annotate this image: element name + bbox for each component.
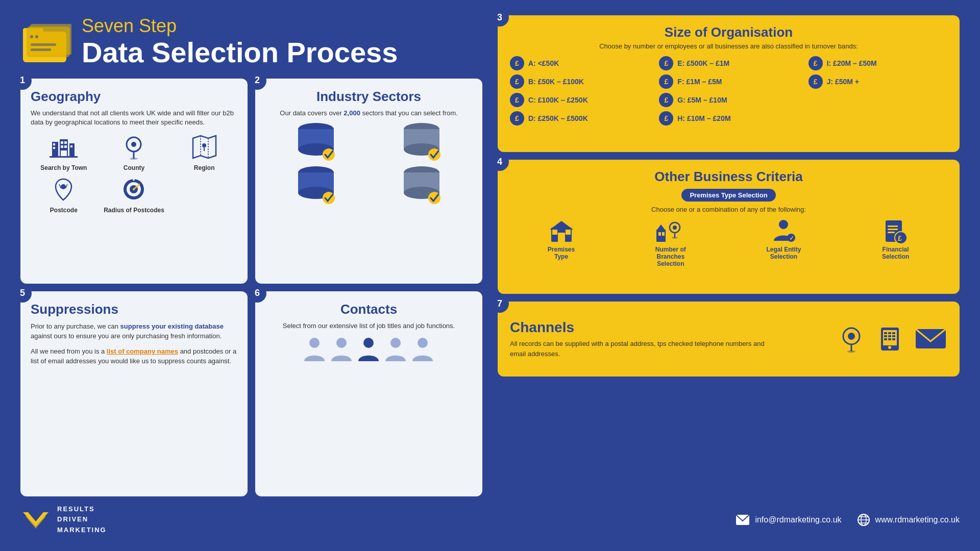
main-container: Seven Step Data Selection Process 1 Geog… bbox=[0, 0, 980, 551]
pound-icon-f: £ bbox=[659, 74, 673, 89]
channel-location-icon bbox=[838, 325, 866, 353]
folder-icon bbox=[20, 19, 71, 65]
svg-point-35 bbox=[133, 179, 135, 181]
financial-icon: £ bbox=[881, 218, 910, 244]
step6-contacts-card: 6 Contacts Select from our extensive lis… bbox=[255, 291, 482, 496]
pound-icon-c: £ bbox=[510, 93, 524, 107]
step3-title: Size of Organisation bbox=[510, 24, 947, 40]
step7-badge: 7 bbox=[491, 294, 509, 313]
channels-text: Channels All records can be supplied wit… bbox=[510, 319, 765, 359]
svg-rect-13 bbox=[61, 141, 63, 144]
svg-rect-11 bbox=[53, 143, 55, 145]
premises-badge: Premises Type Selection bbox=[681, 189, 775, 202]
svg-rect-4 bbox=[31, 43, 56, 46]
header-subtitle: Seven Step bbox=[82, 15, 398, 37]
step2-highlight: 2,000 bbox=[344, 109, 360, 117]
step4-badge-container: Premises Type Selection bbox=[510, 187, 947, 204]
step2-industry-card: 2 Industry Sectors Our data covers over … bbox=[255, 79, 482, 284]
town-icon bbox=[48, 133, 79, 161]
step2-badge: 2 bbox=[248, 71, 266, 90]
step6-badge: 6 bbox=[248, 284, 266, 303]
step1-title: Geography bbox=[31, 89, 237, 105]
step7-title: Channels bbox=[510, 319, 765, 336]
svg-point-82 bbox=[847, 350, 855, 353]
footer-email: info@rdmarketing.co.uk bbox=[755, 515, 841, 524]
pound-icon-e: £ bbox=[659, 56, 673, 70]
size-item-empty2 bbox=[808, 111, 947, 126]
svg-rect-64 bbox=[658, 232, 661, 236]
svg-point-56 bbox=[418, 338, 428, 348]
step1-badge: 1 bbox=[13, 71, 32, 90]
svg-rect-15 bbox=[61, 145, 63, 148]
step7-description: All records can be supplied with a posta… bbox=[510, 339, 765, 359]
right-side: 3 Size of Organisation Choose by number … bbox=[490, 15, 960, 496]
business-icons-row: PremisesType bbox=[510, 218, 947, 267]
pound-icon-a: £ bbox=[510, 56, 524, 70]
branches-label: Number ofBranchesSelection bbox=[655, 246, 686, 267]
postcode-icon bbox=[48, 176, 79, 204]
svg-point-69 bbox=[672, 237, 678, 239]
financial-item: £ FinancialSelection bbox=[881, 218, 910, 260]
svg-rect-89 bbox=[888, 335, 891, 337]
footer: RESULTSDRIVENMARKETING info@rdmarketing.… bbox=[20, 496, 960, 536]
size-label-h: H: £10M – £20M bbox=[677, 114, 730, 122]
size-label-i: I: £20M – £50M bbox=[827, 59, 877, 67]
town-label: Search by Town bbox=[40, 164, 87, 171]
contact-icon-4 bbox=[384, 336, 407, 364]
step5-para1: Prior to any purchase, we can suppress y… bbox=[31, 321, 237, 341]
size-label-b: B: £50K – £100K bbox=[528, 78, 584, 86]
footer-logo-text: RESULTSDRIVENMARKETING bbox=[57, 504, 107, 536]
svg-rect-18 bbox=[70, 145, 72, 147]
svg-rect-59 bbox=[558, 233, 565, 242]
footer-contact: info@rdmarketing.co.uk www.rdmarketing.c… bbox=[736, 513, 960, 527]
size-label-e: E: £500K – £1M bbox=[677, 59, 729, 67]
footer-email-item: info@rdmarketing.co.uk bbox=[736, 514, 841, 525]
size-item-j: £ J: £50M + bbox=[808, 74, 947, 89]
step1-geography-card: 1 Geography We understand that not all c… bbox=[20, 79, 248, 284]
svg-marker-58 bbox=[550, 221, 573, 230]
svg-rect-60 bbox=[552, 230, 557, 235]
size-label-a: A: <£50K bbox=[528, 59, 559, 67]
svg-point-67 bbox=[673, 226, 677, 230]
step3-subtitle: Choose by number or employees or all bus… bbox=[510, 42, 947, 50]
svg-rect-85 bbox=[884, 332, 887, 334]
footer-website: www.rdmarketing.co.uk bbox=[875, 515, 960, 524]
svg-point-70 bbox=[779, 220, 788, 229]
step7-channels-card: 7 Channels All records can be supplied w… bbox=[498, 302, 960, 377]
step5-link: list of company names bbox=[107, 347, 178, 355]
geo-item-postcode: Postcode bbox=[31, 176, 97, 214]
svg-point-80 bbox=[848, 333, 855, 340]
svg-rect-91 bbox=[884, 338, 887, 340]
pound-icon-h: £ bbox=[659, 111, 673, 126]
step5-badge: 5 bbox=[13, 284, 32, 303]
footer-email-icon bbox=[736, 514, 750, 525]
step5-suppressions-card: 5 Suppressions Prior to any purchase, we… bbox=[20, 291, 248, 496]
svg-point-21 bbox=[131, 142, 136, 147]
premises-type-icon bbox=[549, 218, 574, 244]
db-icon-3 bbox=[265, 166, 366, 205]
branches-icon bbox=[655, 218, 686, 244]
postcode-label: Postcode bbox=[50, 207, 78, 214]
svg-point-6 bbox=[30, 35, 33, 38]
svg-rect-92 bbox=[888, 338, 891, 340]
geo-icons-grid: Search by Town County bbox=[31, 133, 237, 214]
channels-icons bbox=[838, 325, 947, 353]
radius-icon bbox=[118, 176, 149, 204]
step1-description: We understand that not all clients work … bbox=[31, 109, 237, 127]
svg-rect-88 bbox=[884, 335, 887, 337]
county-icon bbox=[118, 133, 149, 161]
legal-entity-item: ✓ Legal EntitySelection bbox=[766, 218, 801, 260]
svg-rect-5 bbox=[31, 48, 51, 51]
size-item-f: £ F: £1M – £5M bbox=[659, 74, 798, 89]
step4-title: Other Business Criteria bbox=[510, 169, 947, 185]
geo-item-region: Region bbox=[171, 133, 237, 171]
pound-icon-d: £ bbox=[510, 111, 524, 126]
size-item-a: £ A: <£50K bbox=[510, 56, 649, 70]
contact-icon-2 bbox=[330, 336, 353, 364]
size-item-empty1 bbox=[808, 93, 947, 107]
legal-entity-icon: ✓ bbox=[770, 218, 798, 244]
rdm-logo-icon bbox=[20, 507, 51, 533]
svg-point-27 bbox=[202, 143, 206, 147]
step5-highlight: suppress your existing database bbox=[120, 322, 224, 330]
svg-rect-93 bbox=[892, 338, 895, 340]
